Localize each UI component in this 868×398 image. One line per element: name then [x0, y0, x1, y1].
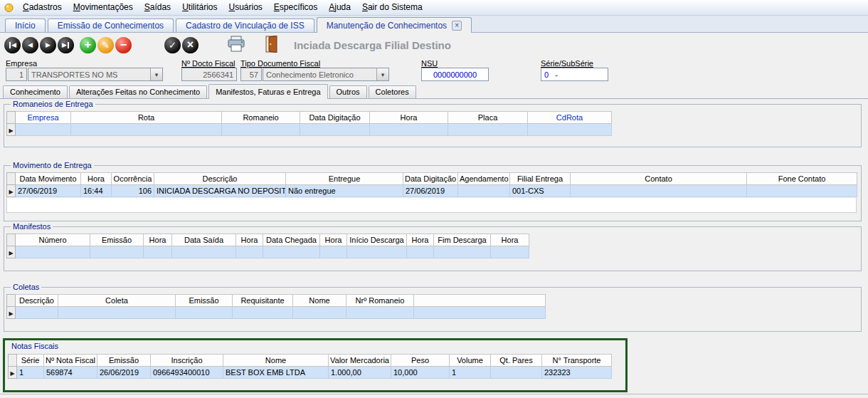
- table-row[interactable]: ▶: [7, 124, 612, 136]
- chevron-down-icon[interactable]: ▾: [150, 68, 162, 80]
- column-header[interactable]: Descrição: [154, 173, 286, 185]
- cell[interactable]: 106: [112, 185, 154, 197]
- row-selector[interactable]: ▶: [7, 185, 16, 197]
- docto-fiscal-field[interactable]: 2566341: [181, 68, 237, 81]
- subtab-coletores[interactable]: Coletores: [369, 85, 416, 98]
- column-header[interactable]: Início Descarga: [347, 234, 407, 246]
- column-header[interactable]: Data Chegada: [263, 234, 320, 246]
- cell[interactable]: [320, 246, 347, 258]
- cell[interactable]: [571, 185, 747, 197]
- edit-record-button[interactable]: ✎: [97, 37, 114, 53]
- column-header[interactable]: Hora: [491, 234, 529, 246]
- last-record-button[interactable]: ▶: [58, 37, 74, 53]
- empresa-code-field[interactable]: 1: [6, 68, 27, 81]
- column-header[interactable]: Valor Mercadoria: [329, 355, 391, 367]
- tipo-documento-combo[interactable]: Conhecimento Eletronico ▾: [263, 68, 389, 81]
- subtab-outros[interactable]: Outros: [329, 85, 367, 98]
- menu-saidas[interactable]: Saídas: [139, 1, 176, 14]
- delete-record-button[interactable]: −: [115, 37, 132, 53]
- cell[interactable]: 1.000,00: [329, 367, 391, 379]
- table-row[interactable]: ▶ 27/06/2019 16:44 106 INICIADA DESCARGA…: [7, 185, 857, 197]
- tab-manutencao-de-conhecimentos[interactable]: Manutenção de Conhecimentos ×: [317, 17, 472, 33]
- cell[interactable]: 1: [17, 367, 44, 379]
- next-record-button[interactable]: ▶: [40, 37, 56, 53]
- column-header[interactable]: Série: [17, 355, 44, 367]
- subtab-manifestos-faturas-e-entrega[interactable]: Manifestos, Faturas e Entrega: [208, 84, 327, 99]
- column-header[interactable]: Rota: [71, 112, 222, 124]
- cell[interactable]: [71, 124, 222, 136]
- menu-usuarios[interactable]: Usuários: [223, 1, 268, 14]
- cell[interactable]: [16, 246, 90, 258]
- tab-cadastro-de-vinculacao-de-iss[interactable]: Cadastro de Vinculação de ISS: [176, 19, 314, 32]
- column-header[interactable]: Hora: [236, 234, 263, 246]
- exit-button[interactable]: [265, 36, 278, 55]
- menu-especificos[interactable]: Específicos: [268, 1, 323, 14]
- cell[interactable]: [263, 246, 320, 258]
- column-header[interactable]: Hora: [370, 112, 448, 124]
- menu-ajuda[interactable]: Ajuda: [323, 1, 356, 14]
- cell[interactable]: 16:44: [81, 185, 112, 197]
- column-header[interactable]: Agendamento: [458, 173, 510, 185]
- column-header[interactable]: Data Digitação: [300, 112, 370, 124]
- cell[interactable]: [370, 124, 448, 136]
- column-header[interactable]: Fone Contato: [747, 173, 857, 185]
- subtab-alteracoes-feitas-no-conhecimento[interactable]: Alterações Feitas no Conhecimento: [69, 85, 207, 98]
- column-header[interactable]: Inscrição: [151, 355, 223, 367]
- menu-movimentacoes[interactable]: Movimentações: [68, 1, 139, 14]
- column-header[interactable]: Nº Nota Fiscal: [44, 355, 97, 367]
- row-selector[interactable]: ▶: [7, 124, 16, 136]
- cell[interactable]: [16, 124, 71, 136]
- cell[interactable]: [434, 246, 491, 258]
- cell[interactable]: [458, 185, 510, 197]
- cell[interactable]: [347, 246, 407, 258]
- column-header[interactable]: Requisitante: [233, 295, 293, 307]
- tipo-documento-code-field[interactable]: 57: [240, 68, 262, 81]
- menu-utilitarios[interactable]: Utilitários: [176, 1, 223, 14]
- column-header[interactable]: Filial Entrega: [510, 173, 571, 185]
- column-header[interactable]: Hora: [144, 234, 172, 246]
- column-header[interactable]: Placa: [448, 112, 528, 124]
- column-header[interactable]: Descrição: [16, 295, 58, 307]
- tab-inicio[interactable]: Início: [5, 19, 46, 32]
- cell[interactable]: [448, 124, 528, 136]
- cell[interactable]: [293, 307, 346, 319]
- column-header[interactable]: Volume: [450, 355, 491, 367]
- print-button[interactable]: [227, 36, 245, 55]
- cell[interactable]: [233, 307, 293, 319]
- close-tab-icon[interactable]: ×: [452, 21, 462, 31]
- column-header[interactable]: Nrº Romaneio: [346, 295, 414, 307]
- first-record-button[interactable]: ◀: [4, 37, 21, 53]
- column-header[interactable]: Data Digitação: [403, 173, 458, 185]
- cell[interactable]: [144, 246, 172, 258]
- column-header[interactable]: Emissão: [176, 295, 233, 307]
- table-row[interactable]: ▶: [7, 246, 529, 258]
- row-selector[interactable]: ▶: [7, 246, 16, 258]
- column-header[interactable]: Data Saída: [172, 234, 236, 246]
- cell[interactable]: 26/06/2019: [97, 367, 151, 379]
- row-selector[interactable]: ▶: [7, 307, 16, 319]
- empresa-combo[interactable]: TRANSPORTES NO MS ▾: [28, 68, 163, 81]
- cell[interactable]: INICIADA DESCARGA NO DEPOSITO: [154, 185, 286, 197]
- column-header[interactable]: Contato: [571, 173, 747, 185]
- column-header[interactable]: Nome: [293, 295, 346, 307]
- column-header[interactable]: Número: [16, 234, 90, 246]
- column-header[interactable]: Hora: [407, 234, 434, 246]
- column-header[interactable]: Qt. Pares: [491, 355, 542, 367]
- cell[interactable]: 001-CXS: [510, 185, 571, 197]
- serie-subserie-field[interactable]: 0 -: [541, 68, 608, 81]
- column-header[interactable]: Fim Descarga: [434, 234, 491, 246]
- cell[interactable]: 232323: [542, 367, 612, 379]
- column-header[interactable]: Romaneio: [222, 112, 300, 124]
- cell[interactable]: [528, 124, 612, 136]
- cell[interactable]: [747, 185, 857, 197]
- column-header[interactable]: Emissão: [97, 355, 151, 367]
- table-row[interactable]: ▶ 1 569874 26/06/2019 0966493400010 BEST…: [9, 367, 612, 379]
- previous-record-button[interactable]: ◀: [22, 37, 38, 53]
- subtab-conhecimento[interactable]: Conhecimento: [3, 85, 68, 98]
- cell[interactable]: [491, 246, 529, 258]
- nsu-field[interactable]: 0000000000: [421, 68, 489, 81]
- chevron-down-icon[interactable]: ▾: [376, 68, 388, 80]
- menu-sair-do-sistema[interactable]: Sair do Sistema: [356, 1, 428, 14]
- table-row[interactable]: ▶: [7, 307, 546, 319]
- cell[interactable]: 27/06/2019: [16, 185, 81, 197]
